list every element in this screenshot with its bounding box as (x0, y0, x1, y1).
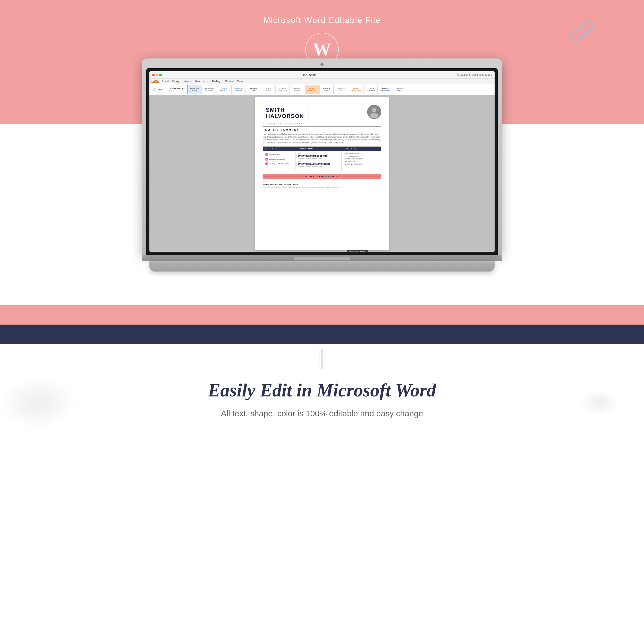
edu-school-1: University / Colege / Institute Name (298, 157, 339, 159)
style-intense-emph[interactable]: AaBbCcIntense Emp. (305, 85, 319, 94)
menu-insert[interactable]: Insert (162, 80, 169, 83)
resume-name: SMITH HALVORSON (263, 105, 309, 121)
bottom-decoration (5, 349, 639, 369)
bold-button[interactable]: B (169, 90, 171, 92)
laptop-base (149, 261, 495, 272)
style-intense-refer[interactable]: AaBbCcIntense Refer. (378, 85, 392, 94)
svg-point-2 (370, 113, 378, 118)
svg-point-1 (372, 108, 377, 112)
job-year: 2018 (263, 181, 381, 183)
resume-name-line1: SMITH (266, 107, 285, 113)
word-ribbon: 📋 Paste Calibri (Body) ▾ B I U (149, 84, 495, 95)
edu-year-2: 2018 (298, 161, 339, 163)
contact-phone: 📞 +123 4567 8903 (265, 153, 293, 156)
style-no-spacing[interactable]: AaBbCcDdNo Spacing (202, 85, 216, 94)
edu-degree-1: ENTER YOUR MASTER'S DEGREE (298, 155, 339, 157)
sub-headline: All text, shape, color is 100% editable … (5, 409, 639, 418)
style-heading2[interactable]: AaBbCcHeading 2 (231, 85, 245, 94)
word-icon-letter: W (313, 39, 331, 60)
contact-header: CONTACT (263, 147, 296, 151)
laptop: Document1 🔍 Search in Document Share Hom… (142, 58, 502, 272)
laptop-hinge (294, 256, 350, 260)
page-wrapper: Microsoft Word Editable File W (0, 0, 644, 644)
deco-line-2 (321, 349, 323, 369)
style-intense-quote[interactable]: AaBbCcIntense Quote (349, 85, 363, 94)
paperclip-icon (569, 15, 598, 44)
top-title: Microsoft Word Editable File (263, 15, 381, 25)
search-label: 🔍 Search in Document (456, 73, 484, 76)
education-header: EDUCATION (296, 147, 342, 151)
style-subtitle[interactable]: AaBbCcSubtitle (261, 85, 275, 94)
document-page: SMITH HALVORSON CONSTRUCTION MANAGER (255, 97, 389, 250)
email-icon: ✉ (265, 158, 268, 161)
expertise-header: EXPERTISE (342, 147, 381, 151)
contact-body: 📞 +123 4567 8903 ✉ yourmail@domain.com (263, 151, 296, 171)
profile-text: I am a professionally qualified construc… (263, 133, 381, 144)
menu-design[interactable]: Design (172, 80, 180, 83)
dark-band (0, 325, 644, 344)
resume-job-title: CONSTRUCTION MANAGER (263, 122, 309, 124)
style-quote[interactable]: AaBbCcQuote (334, 85, 348, 94)
laptop-container: Document1 🔍 Search in Document Share Hom… (0, 58, 644, 272)
location-icon: 📍 (265, 162, 268, 165)
edu-school-2: University / Colege / Institute Name (298, 165, 339, 167)
word-menu-bar: Home Insert Design Layout References Mai… (149, 79, 495, 84)
style-subtle-refer[interactable]: AaBbCcSubtle Refer. (363, 85, 378, 94)
expertise-item-3: STAFF DEVELOPMENT (344, 158, 379, 160)
laptop-camera (320, 63, 324, 66)
main-headline: Easily Edit in Microsoft Word (5, 380, 639, 401)
resume-header: SMITH HALVORSON CONSTRUCTION MANAGER (263, 105, 381, 124)
laptop-screen-shell: Document1 🔍 Search in Document Share Hom… (142, 58, 502, 255)
menu-view[interactable]: View (237, 80, 243, 83)
menu-references[interactable]: References (195, 80, 208, 83)
deco-line-1 (319, 351, 320, 367)
menu-mailings[interactable]: Mailings (212, 80, 222, 83)
style-heading1[interactable]: AaBbCcHeading 1 (217, 85, 231, 94)
expertise-item-5: EVENT MANAGEMENT (344, 163, 379, 165)
contact-email: ✉ yourmail@domain.com (265, 158, 293, 161)
education-body: 2008 ENTER YOUR MASTER'S DEGREE Universi… (296, 151, 342, 171)
menu-layout[interactable]: Layout (184, 80, 192, 83)
expertise-item-1: QUALITY CONTROL (344, 153, 379, 155)
document-area: SMITH HALVORSON CONSTRUCTION MANAGER (149, 95, 495, 252)
style-strong[interactable]: AaBbCcStrong (319, 85, 334, 94)
content-wrapper: Microsoft Word Editable File W (0, 0, 644, 429)
deco-circle-bottom-left (0, 377, 77, 429)
job-desc: Accounting manager with five years of ac… (263, 186, 381, 188)
deco-line-3 (325, 351, 325, 367)
resume-name-line2: HALVORSON (266, 113, 304, 119)
italic-button[interactable]: I (171, 90, 172, 92)
edu-year-1: 2008 (298, 153, 339, 155)
menu-review[interactable]: Review (225, 80, 234, 83)
profile-section-title: PROFILE SUMMERY (263, 129, 381, 131)
style-emphasis[interactable]: AaBbCcEmphasis (290, 85, 304, 94)
phone-icon: 📞 (265, 153, 268, 156)
laptop-hinge-area (142, 255, 502, 261)
contact-address: 📍 Washington DC -6458 | USA (265, 162, 293, 165)
expertise-item-4: WEB DESIGN (344, 161, 379, 162)
paste-button[interactable]: 📋 Paste (153, 88, 163, 91)
pink-band (0, 305, 644, 325)
edu-degree-2: ENTER YOUR BACHELOR'S DEGREE (298, 163, 339, 165)
style-subtle-emph[interactable]: AaBbCcSubtle Emph. (275, 85, 290, 94)
window-controls (152, 74, 162, 76)
work-exp-header: WORK EXPERIENCE (263, 174, 381, 179)
expertise-item-2: SYSTEM ANALYSIS (344, 156, 379, 157)
underline-button[interactable]: U (173, 90, 175, 92)
three-col-section: CONTACT EDUCATION EXPERTISE (263, 146, 381, 171)
screen-bezel: Document1 🔍 Search in Document Share Hom… (146, 68, 498, 255)
resume-photo (367, 105, 381, 119)
style-book-title[interactable]: AaBbCcBook Title (393, 85, 407, 94)
word-title-bar: Document1 🔍 Search in Document Share (149, 71, 495, 79)
job-title: WRITE YOUR JOB POSITION / TITLE (263, 183, 381, 185)
share-button[interactable]: Share (485, 73, 492, 76)
style-title[interactable]: AaBbCcTitle (246, 85, 260, 94)
menu-home[interactable]: Home (151, 80, 159, 83)
expertise-body: QUALITY CONTROL SYSTEM ANALYSIS STAFF DE… (342, 151, 381, 171)
style-normal[interactable]: AaBbCcDdNormal (187, 85, 201, 94)
document-title: Document1 (302, 73, 316, 77)
job-entry: 2018 WRITE YOUR JOB POSITION / TITLE Acc… (263, 181, 381, 188)
font-selector[interactable]: Calibri (Body) ▾ (169, 87, 183, 89)
deco-circle-bottom-right (580, 390, 618, 416)
screen-content: Document1 🔍 Search in Document Share Hom… (149, 71, 495, 252)
